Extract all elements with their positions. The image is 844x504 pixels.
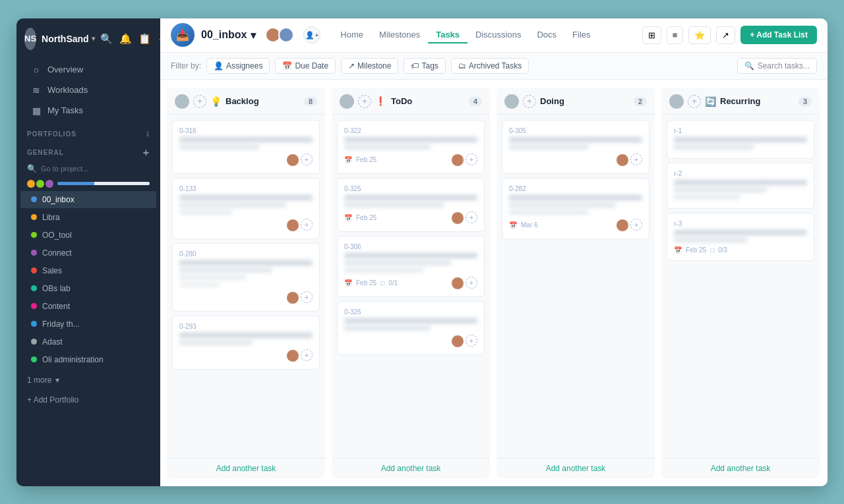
col-add-member-doing[interactable]: +	[523, 95, 536, 108]
calendar-icon: 📅	[344, 156, 352, 163]
card-add-user-button[interactable]: +	[630, 154, 642, 165]
avatar-2	[278, 27, 294, 43]
filter-tags-button[interactable]: 🏷 Tags	[404, 58, 445, 74]
card-avatar	[286, 154, 299, 167]
card-0282[interactable]: 0-282 📅 Mar 6 +	[502, 178, 649, 239]
tab-files[interactable]: Files	[564, 27, 598, 43]
add-task-recurring-button[interactable]: Add another task	[661, 458, 820, 478]
project-item-00inbox[interactable]: 00_inbox	[20, 191, 156, 208]
card-recurring-1[interactable]: r-1	[667, 120, 814, 159]
add-task-todo-button[interactable]: Add another task	[332, 458, 490, 478]
tab-discussions[interactable]: Discussions	[467, 27, 529, 43]
project-icon: 📥	[171, 23, 195, 47]
tab-milestones[interactable]: Milestones	[371, 27, 428, 43]
card-0322[interactable]: 0-322 📅 Feb 25 +	[337, 120, 485, 174]
calendar-icon: 📅	[344, 279, 352, 287]
project-item-adast[interactable]: Adast	[20, 333, 156, 350]
bell-icon[interactable]: 🔔	[119, 33, 132, 45]
share-button[interactable]: ↗	[716, 26, 735, 44]
card-id: 0-293	[179, 323, 313, 330]
tab-home[interactable]: Home	[332, 27, 371, 43]
sidebar-item-overview[interactable]: ○ Overview	[20, 60, 156, 80]
project-dropdown-icon[interactable]: ▾	[251, 29, 256, 42]
card-id: 0-305	[509, 127, 642, 134]
topbar-avatars	[265, 27, 294, 43]
card-add-user-button[interactable]: +	[466, 211, 477, 223]
card-add-user-button[interactable]: +	[466, 335, 477, 347]
list-view-button[interactable]: ≡	[667, 26, 684, 44]
card-add-user-button[interactable]: +	[301, 291, 313, 303]
card-add-user-button[interactable]: +	[301, 154, 313, 165]
card-add-user-button[interactable]: +	[630, 219, 642, 231]
general-section: GENERAL +	[16, 140, 160, 161]
filter-due-date-button[interactable]: 📅 Due Date	[275, 58, 336, 74]
add-task-doing-button[interactable]: Add another task	[497, 458, 655, 478]
card-0316[interactable]: 0-316 +	[172, 120, 320, 174]
card-date: Mar 6	[521, 221, 538, 229]
card-0326[interactable]: 0-326 +	[337, 301, 485, 355]
chevron-more-icon: ▾	[55, 376, 59, 385]
card-0280[interactable]: 0-280 +	[172, 243, 320, 312]
card-0133[interactable]: 0-133 +	[172, 178, 320, 239]
project-item-obslab[interactable]: OBs lab	[20, 280, 156, 297]
chevron-down-icon: ▾	[92, 35, 95, 42]
card-0293[interactable]: 0-293 +	[172, 316, 320, 370]
column-body-backlog: 0-316 + 0-133	[167, 115, 325, 457]
project-item-libra[interactable]: Libra	[20, 209, 156, 226]
archive-icon: 🗂	[458, 61, 466, 70]
col-add-member-backlog[interactable]: +	[193, 95, 206, 108]
column-todo: + ❗ ToDo 4 0-322 📅 Feb 25	[332, 88, 490, 478]
card-add-user-button[interactable]: +	[466, 154, 477, 165]
overview-icon: ○	[31, 65, 42, 75]
add-portfolio-button[interactable]: + Add Portfolio	[16, 389, 160, 411]
project-item-ootool[interactable]: OO_tool	[20, 227, 156, 244]
card-add-user-button[interactable]: +	[301, 219, 313, 231]
project-item-connect[interactable]: Connect	[20, 244, 156, 262]
col-add-member-todo[interactable]: +	[358, 95, 371, 108]
card-recurring-3[interactable]: r-3 📅 Feb 25 □ 0/3	[667, 213, 814, 261]
search-project[interactable]: 🔍 Go to project...	[16, 161, 160, 179]
search-tasks-input[interactable]: 🔍 Search tasks...	[737, 58, 817, 74]
add-member-button[interactable]: 👤+	[303, 26, 320, 43]
star-button[interactable]: ⭐	[688, 26, 711, 44]
sidebar-item-workloads[interactable]: ≋ Workloads	[20, 80, 156, 100]
card-add-user-button[interactable]: +	[301, 349, 313, 361]
add-task-list-button[interactable]: + Add Task List	[740, 26, 817, 44]
sidebar-item-my-tasks[interactable]: ▦ My Tasks	[20, 101, 156, 121]
card-0325[interactable]: 0-325 📅 Feb 25 +	[337, 178, 485, 232]
col-add-member-recurring[interactable]: +	[688, 95, 701, 108]
tab-docs[interactable]: Docs	[529, 27, 564, 43]
project-item-sales[interactable]: Sales	[20, 262, 156, 279]
card-footer: +	[179, 349, 313, 362]
tag-icon: 🏷	[411, 61, 419, 70]
card-subtasks: 0/1	[388, 279, 398, 287]
column-count-doing: 2	[634, 97, 647, 106]
column-header-recurring: + 🔄 Recurring 3	[661, 88, 820, 115]
filter-assignees-button[interactable]: 👤 Assignees	[206, 58, 270, 74]
card-avatar	[451, 154, 464, 167]
add-project-button[interactable]: +	[143, 147, 150, 159]
project-item-content[interactable]: Content	[20, 298, 156, 315]
org-name[interactable]: NorthSand ▾	[42, 34, 95, 44]
tab-tasks[interactable]: Tasks	[428, 27, 467, 43]
grid-view-button[interactable]: ⊞	[642, 26, 661, 44]
card-id: 0-280	[179, 250, 313, 258]
filter-milestone-button[interactable]: ↗ Milestone	[341, 58, 398, 74]
card-recurring-2[interactable]: r-2	[667, 163, 814, 209]
main-content: 📥 00_inbox ▾ 👤+ Home Milestones Tasks Di…	[160, 18, 828, 486]
filter-archived-button[interactable]: 🗂 Archived Tasks	[451, 58, 529, 74]
more-projects-button[interactable]: 1 more ▾	[16, 372, 160, 389]
project-item-oli[interactable]: Oli administration	[20, 351, 156, 368]
clipboard-icon[interactable]: 📋	[138, 33, 151, 45]
search-icon[interactable]: 🔍	[100, 33, 113, 45]
card-id: r-1	[674, 127, 807, 134]
progress-bar	[16, 179, 160, 190]
column-header-todo: + ❗ ToDo 4	[332, 88, 490, 115]
card-0306[interactable]: 0-306 📅 Feb 25 □ 0/1	[337, 236, 485, 297]
card-0305[interactable]: 0-305 +	[502, 120, 649, 174]
card-add-user-button[interactable]: +	[466, 277, 477, 289]
project-item-friday[interactable]: Friday th...	[20, 316, 156, 333]
card-subtasks: 0/3	[718, 246, 727, 254]
search-small-icon: 🔍	[27, 164, 37, 173]
add-task-backlog-button[interactable]: Add another task	[167, 458, 325, 478]
